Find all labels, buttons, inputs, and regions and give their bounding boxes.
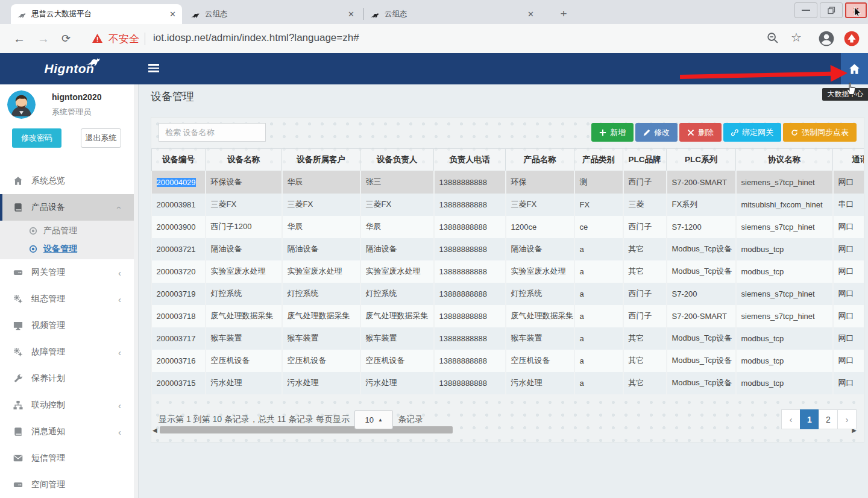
window-minimize-button[interactable] — [794, 2, 817, 18]
table-row[interactable]: 200004029环保设备华辰张三13888888888环保测西门子S7-200… — [152, 171, 864, 194]
sidebar-item[interactable]: 视频管理 — [0, 312, 134, 339]
action-button-refresh[interactable]: 强制同步点表 — [783, 123, 857, 142]
zoom-indicator-icon[interactable] — [767, 32, 779, 44]
table-row[interactable]: 200003721隔油设备隔油设备隔油设备13888888888隔油设备a其它M… — [152, 238, 864, 260]
pager-page-button[interactable]: 1 — [800, 409, 819, 429]
pager: ‹12› — [782, 409, 857, 429]
column-header[interactable]: 产品名称 — [506, 149, 574, 171]
browser-tab[interactable]: 云组态✕ — [184, 4, 360, 24]
browser-tab[interactable]: 云组态✕ — [364, 4, 540, 24]
browser-tab[interactable]: 思普云大数据平台✕ — [11, 4, 182, 24]
security-warning-icon — [92, 33, 103, 43]
sidebar: hignton2020 系统管理员 修改密码 退出系统 系统总览产品设备‹产品管… — [0, 84, 139, 498]
chevron-left-icon: ‹ — [118, 347, 121, 358]
table-cell: 猴车装置 — [506, 327, 574, 350]
table-cell: 污水处理 — [360, 372, 434, 394]
user-role: 系统管理员 — [52, 107, 91, 118]
scroll-left-icon[interactable]: ◀ — [153, 427, 157, 433]
column-header[interactable]: 设备编号 — [152, 149, 206, 171]
sidebar-item[interactable]: 保养计划 — [0, 365, 134, 392]
back-button[interactable]: ← — [13, 31, 25, 46]
sidebar-item[interactable]: 短信管理 — [0, 445, 134, 471]
selected-text: 200004029 — [157, 178, 196, 187]
action-button-link[interactable]: 绑定网关 — [723, 123, 781, 142]
sidebar-item[interactable]: 组态管理‹ — [0, 286, 134, 312]
column-header[interactable]: 设备负责人 — [360, 149, 434, 171]
sidebar-subitem[interactable]: 产品管理 — [0, 222, 134, 240]
table-cell: 网口 — [833, 372, 864, 394]
table-cell: 网口 — [833, 283, 864, 305]
table-row[interactable]: 200003719灯控系统灯控系统灯控系统13888888888灯控系统a西门子… — [152, 283, 864, 305]
action-button-x[interactable]: 删除 — [679, 123, 722, 142]
action-button-pencil[interactable]: 修改 — [635, 123, 678, 142]
logout-button[interactable]: 退出系统 — [81, 128, 121, 148]
sidebar-menu: 系统总览产品设备‹产品管理设备管理网关管理‹组态管理‹视频管理故障管理‹保养计划… — [0, 168, 134, 498]
bookmark-star-icon[interactable]: ☆ — [791, 30, 802, 45]
table-row[interactable]: 200003981三菱FX三菱FX三菱FX13888888888三菱FXFX三菱… — [152, 194, 864, 216]
column-header[interactable]: 设备所属客户 — [282, 149, 360, 171]
pager-next-button[interactable]: › — [837, 409, 857, 429]
user-avatar — [7, 90, 36, 119]
column-header[interactable]: PLC品牌 — [623, 149, 667, 171]
sidebar-item[interactable]: 系统总览 — [0, 168, 134, 194]
column-header[interactable]: PLC系列 — [667, 149, 736, 171]
table-cell: 串口 — [833, 194, 864, 216]
sidebar-item[interactable]: 故障管理‹ — [0, 339, 134, 365]
url-text[interactable]: iot.idosp.net/admin/index.html?language=… — [153, 32, 359, 44]
tab-close-icon[interactable]: ✕ — [527, 10, 534, 18]
action-button-plus[interactable]: 新增 — [591, 123, 634, 142]
table-row[interactable]: 200003718废气处理数据采集废气处理数据采集废气处理数据采集1388888… — [152, 305, 864, 327]
table-cell: 1200ce — [506, 216, 574, 238]
sidebar-item[interactable]: 产品设备‹ — [0, 194, 134, 221]
sidebar-item[interactable]: 空间管理 — [0, 471, 134, 498]
table-row[interactable]: 200003717猴车装置猴车装置猴车装置13888888888猴车装置a其它M… — [152, 327, 864, 350]
hamburger-menu-icon[interactable] — [148, 64, 159, 72]
reload-button[interactable]: ⟳ — [61, 31, 71, 46]
extension-icon[interactable] — [844, 31, 860, 46]
change-password-button[interactable]: 修改密码 — [12, 128, 61, 148]
sidebar-subitem[interactable]: 设备管理 — [0, 240, 134, 258]
table-cell: modbus_tcp — [736, 260, 833, 283]
table-row[interactable]: 200003716空压机设备空压机设备空压机设备13888888888空压机设备… — [152, 350, 864, 372]
new-tab-button[interactable]: + — [556, 6, 571, 22]
table-cell: a — [574, 327, 623, 350]
sidebar-item[interactable]: 消息通知‹ — [0, 418, 134, 445]
table-cell: 13888888888 — [434, 350, 506, 372]
table-cell: 灯控系统 — [506, 283, 574, 305]
security-warning-label[interactable]: 不安全 — [108, 32, 139, 46]
column-header[interactable]: 产品类别 — [574, 149, 623, 171]
table-cell: 环保设备 — [206, 171, 282, 194]
forward-button[interactable]: → — [37, 31, 49, 46]
sidebar-item[interactable]: 联动控制‹ — [0, 392, 134, 418]
page-size-dropdown[interactable]: 10 ▲ — [354, 410, 393, 429]
table-cell: 实验室废水处理 — [282, 260, 360, 283]
sidebar-item-label: 短信管理 — [31, 453, 65, 464]
table-cell: FX — [574, 194, 623, 216]
tab-close-icon[interactable]: ✕ — [169, 10, 176, 18]
table-cell: 污水处理 — [206, 372, 282, 394]
sidebar-scrollbar[interactable] — [134, 84, 138, 498]
sidebar-item[interactable]: 网关管理‹ — [0, 259, 134, 286]
window-restore-button[interactable] — [820, 2, 843, 18]
column-header[interactable]: 通讯 — [833, 149, 864, 171]
table-cell: 隔油设备 — [360, 238, 434, 260]
pager-page-button[interactable]: 2 — [819, 409, 838, 429]
search-input[interactable] — [159, 123, 266, 142]
table-cell: 隔油设备 — [506, 238, 574, 260]
column-header[interactable]: 设备名称 — [206, 149, 282, 171]
profile-avatar-icon[interactable] — [819, 31, 834, 46]
table-row[interactable]: 200003715污水处理污水处理污水处理13888888888污水处理a其它M… — [152, 372, 864, 394]
tab-title: 云组态 — [205, 9, 343, 19]
tab-close-icon[interactable]: ✕ — [348, 10, 354, 18]
hdd-icon — [13, 268, 23, 277]
chevron-left-icon: ‹ — [118, 400, 121, 411]
table-row[interactable]: 200003720实验室废水处理实验室废水处理实验室废水处理1388888888… — [152, 260, 864, 283]
table-cell: 13888888888 — [434, 216, 506, 238]
pager-prev-button[interactable]: ‹ — [781, 409, 800, 429]
column-header[interactable]: 协议名称 — [736, 149, 833, 171]
table-cell: S7-1200 — [667, 216, 736, 238]
table-cell: 三菱FX — [360, 194, 434, 216]
column-header[interactable]: 负责人电话 — [434, 149, 506, 171]
table-cell: 三菱FX — [206, 194, 282, 216]
table-row[interactable]: 200003900西门子1200华辰华辰138888888881200cece西… — [152, 216, 864, 238]
